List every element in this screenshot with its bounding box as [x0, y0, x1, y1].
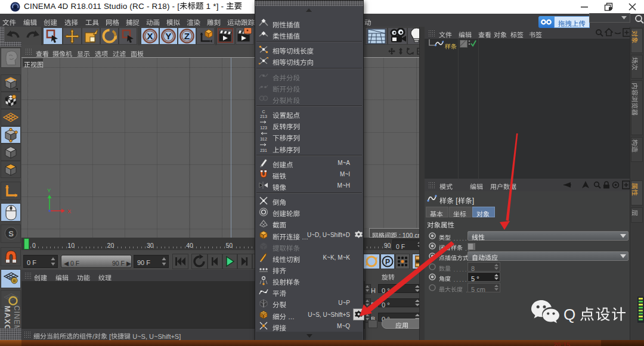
- svg-text:Z: Z: [184, 31, 190, 41]
- svg-text:C: C: [262, 110, 265, 114]
- svg-text:P: P: [385, 258, 390, 266]
- svg-text:X: X: [67, 208, 72, 214]
- svg-text:X: X: [147, 31, 153, 41]
- svg-text:213: 213: [260, 114, 267, 119]
- svg-text:S: S: [8, 229, 14, 238]
- svg-text:Y: Y: [47, 187, 51, 194]
- svg-text:312: 312: [260, 137, 267, 141]
- svg-text:123: 123: [260, 126, 267, 130]
- svg-text:231: 231: [260, 148, 267, 152]
- svg-text:Y: Y: [165, 31, 172, 41]
